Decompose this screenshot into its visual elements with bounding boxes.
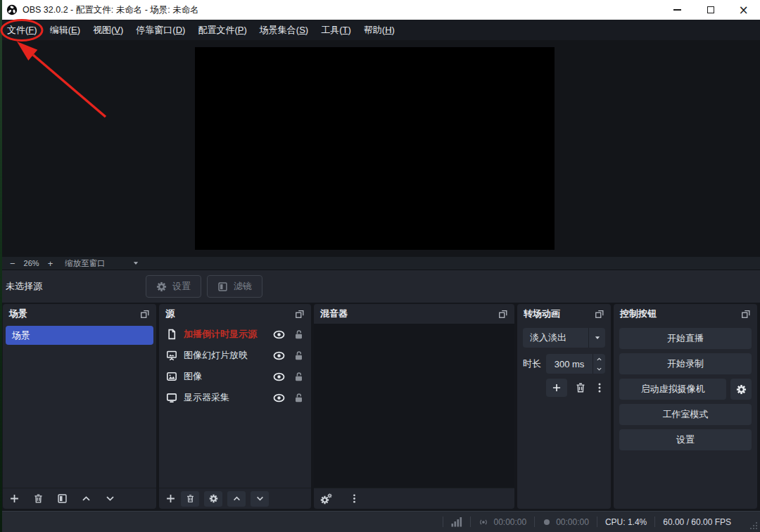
zoom-out-button[interactable]: − [6,259,19,268]
source-row-countdown[interactable]: 加播倒计时显示源 [159,324,311,345]
studio-mode-button[interactable]: 工作室模式 [619,404,752,425]
trash-icon [186,494,195,503]
caret-down-icon [594,334,601,341]
popout-icon[interactable] [295,309,305,319]
menu-scene-collection[interactable]: 场景集合(S) [253,20,315,40]
mixer-toolbar [314,488,514,509]
remove-transition-icon[interactable] [575,382,586,393]
spinner-down-button[interactable] [593,364,605,374]
menu-help[interactable]: 帮助(H) [357,20,401,40]
controls-body: 开始直播 开始录制 启动虚拟摄像机 工作室模式 设置 [614,324,757,509]
scene-filters-icon[interactable] [57,493,68,504]
transition-duration-row: 时长 300 ms [523,354,605,374]
settings-button[interactable]: 设置 [619,429,752,450]
plus-icon [552,383,562,393]
visibility-eye-icon[interactable] [273,392,285,404]
duration-input[interactable]: 300 ms [546,354,605,374]
scenes-list: 场景 [3,324,156,488]
controls-panel-title: 控制按钮 [620,308,657,320]
transition-menu-dots-icon[interactable] [594,382,605,393]
menu-profile[interactable]: 配置文件(P) [191,20,253,40]
move-source-up-button[interactable] [227,491,246,507]
menu-view[interactable]: 视图(V) [87,20,129,40]
image-icon [166,371,177,382]
menu-docks[interactable]: 停靠窗口(D) [129,20,191,40]
connection-strength [443,517,470,527]
gear-icon [156,281,167,292]
popout-icon[interactable] [140,309,150,319]
remove-scene-icon[interactable] [33,493,44,504]
menu-bar: 文件(F) 编辑(E) 视图(V) 停靠窗口(D) 配置文件(P) 场景集合(S… [0,20,760,40]
mixer-panel-header[interactable]: 混音器 [314,304,514,324]
menu-file[interactable]: 文件(F) [1,20,44,40]
visibility-eye-icon[interactable] [273,350,285,362]
mixer-menu-dots-icon[interactable] [349,493,360,504]
advanced-audio-properties-button[interactable] [320,493,332,505]
menu-edit[interactable]: 编辑(E) [44,20,87,40]
visibility-eye-icon[interactable] [273,371,285,383]
preview-canvas[interactable] [195,47,555,250]
source-row-slideshow[interactable]: 图像幻灯片放映 [159,345,311,366]
popout-icon[interactable] [595,309,604,319]
maximize-button[interactable] [694,0,727,20]
add-source-icon[interactable] [165,493,176,504]
scenes-panel: 场景 场景 [3,304,156,509]
zoom-in-button[interactable]: + [44,259,57,268]
popout-icon[interactable] [498,309,508,319]
remove-source-button[interactable] [181,491,199,507]
source-properties-button[interactable]: 设置 [146,275,201,298]
window-controls: × [661,0,760,20]
menu-tools[interactable]: 工具(T) [315,20,357,40]
monitor-icon [166,392,177,403]
minimize-button[interactable] [661,0,694,20]
source-properties-button[interactable] [204,491,222,507]
mixer-panel-title: 混音器 [320,308,348,320]
scenes-panel-header[interactable]: 场景 [3,304,156,324]
source-row-image[interactable]: 图像 [159,366,311,387]
obs-window: OBS 32.0.2 - 配置文件: 未命名 - 场景: 未命名 × 文件(F)… [0,0,760,532]
unlock-icon[interactable] [293,350,304,361]
record-timer: 00:00:00 [535,517,597,527]
scene-item-selected[interactable]: 场景 [6,326,153,345]
sources-panel-title: 源 [165,308,175,320]
visibility-eye-icon[interactable] [273,329,285,341]
virtual-camera-settings-button[interactable] [730,379,752,400]
transition-select-dropdown[interactable] [588,328,605,348]
status-bar: 00:00:00 00:00:00 CPU: 1.4% 60.00 / 60.0… [0,511,760,532]
transition-select[interactable]: 淡入淡出 [523,328,605,348]
stream-timer: 00:00:00 [471,517,534,527]
signal-bars-icon [451,517,462,527]
controls-panel-header[interactable]: 控制按钮 [614,304,757,324]
audio-mixer-panel: 混音器 [314,304,514,509]
duration-spinner [593,354,605,374]
unlock-icon[interactable] [293,329,304,340]
add-transition-button[interactable] [546,379,567,397]
move-scene-down-icon[interactable] [105,493,115,504]
zoom-fit-select[interactable]: 缩放至窗口 [65,258,106,269]
transitions-panel-header[interactable]: 转场动画 [517,304,611,324]
start-streaming-button[interactable]: 开始直播 [619,328,752,349]
start-virtual-camera-button[interactable]: 启动虚拟摄像机 [619,379,726,400]
close-button[interactable]: × [727,0,760,20]
source-filters-button[interactable]: 滤镜 [207,275,262,298]
sources-panel-header[interactable]: 源 [159,304,311,324]
obs-logo-icon [6,4,18,15]
unlock-icon[interactable] [293,372,304,382]
unlock-icon[interactable] [293,393,304,403]
spinner-up-button[interactable] [593,354,605,364]
resize-grip[interactable] [749,521,758,530]
transitions-panel: 转场动画 淡入淡出 时长 300 ms [517,304,611,509]
move-scene-up-icon[interactable] [81,493,91,504]
transition-buttons-row [523,379,605,397]
cpu-usage: CPU: 1.4% [597,517,654,527]
add-scene-icon[interactable] [9,493,20,504]
dock-area: 场景 场景 源 加播倒计时显示源 [0,303,760,511]
transitions-panel-title: 转场动画 [524,308,560,320]
transitions-body: 淡入淡出 时长 300 ms [517,324,611,509]
zoom-fit-caret-icon[interactable] [132,260,139,267]
start-recording-button[interactable]: 开始录制 [619,353,752,374]
move-source-down-button[interactable] [251,491,269,507]
popout-icon[interactable] [741,309,751,319]
source-row-display-capture[interactable]: 显示器采集 [159,387,311,408]
selected-source-status: 未选择源 [6,280,146,293]
